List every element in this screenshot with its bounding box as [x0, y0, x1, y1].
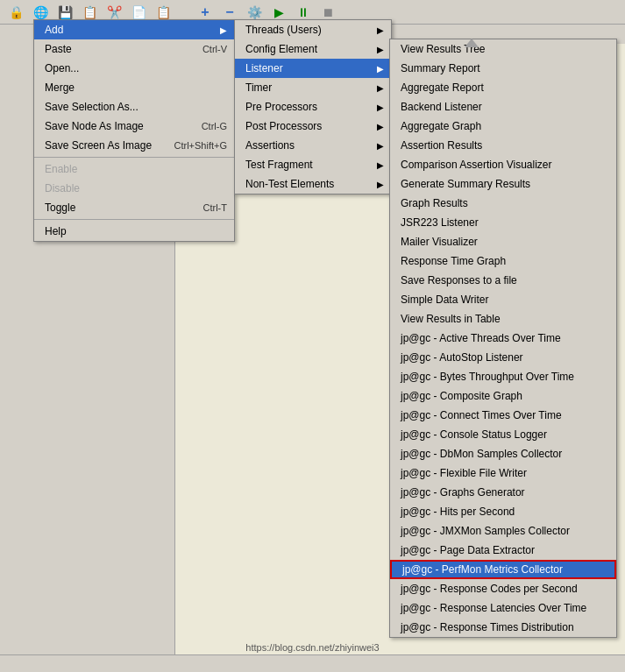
- menu-item-comparison-assertion[interactable]: Comparison Assertion Visualizer: [390, 155, 616, 174]
- menu-item-generate-summary[interactable]: Generate Summary Results: [390, 174, 616, 194]
- menu-item-open[interactable]: Open...: [34, 59, 234, 78]
- menu-item-response-time[interactable]: Response Time Graph: [390, 251, 616, 271]
- separator2: [34, 219, 234, 220]
- menu-item-jpgc-perfmon[interactable]: jp@gc - PerfMon Metrics Collector: [390, 560, 616, 579]
- menu-item-paste[interactable]: Paste Ctrl-V: [34, 39, 234, 59]
- menu-item-jpgc-autostop[interactable]: jp@gc - AutoStop Listener: [390, 348, 616, 367]
- menu-item-config[interactable]: Config Element ▶: [235, 39, 391, 59]
- menu-item-jpgc-connect-times[interactable]: jp@gc - Connect Times Over Time: [390, 406, 616, 425]
- menu-item-assertion-results[interactable]: Assertion Results: [390, 136, 616, 155]
- menu-item-jpgc-flexible[interactable]: jp@gc - Flexible File Writer: [390, 463, 616, 483]
- menu-item-help[interactable]: Help: [34, 222, 234, 241]
- menu-item-graph-results[interactable]: Graph Results: [390, 194, 616, 213]
- url-watermark: https://blog.csdn.net/zhiyinwei3: [245, 642, 379, 653]
- menu-item-jpgc-active-threads[interactable]: jp@gc - Active Threads Over Time: [390, 329, 616, 348]
- menu-item-jpgc-console[interactable]: jp@gc - Console Status Logger: [390, 425, 616, 444]
- menu-item-jpgc-composite[interactable]: jp@gc - Composite Graph: [390, 386, 616, 406]
- config-arrow-icon: ▶: [377, 45, 384, 54]
- menu-item-save-screen[interactable]: Save Screen As Image Ctrl+Shift+G: [34, 136, 234, 155]
- separator1: [34, 157, 234, 158]
- menu-item-preprocessors[interactable]: Pre Processors ▶: [235, 97, 391, 117]
- pre-arrow-icon: ▶: [377, 103, 384, 112]
- menu-item-nontest[interactable]: Non-Test Elements ▶: [235, 174, 391, 194]
- menu-item-aggregate-report[interactable]: Aggregate Report: [390, 78, 616, 97]
- menu-item-toggle[interactable]: Toggle Ctrl-T: [34, 198, 234, 217]
- menu-item-simple-data[interactable]: Simple Data Writer: [390, 290, 616, 309]
- menu-item-save-selection[interactable]: Save Selection As...: [34, 97, 234, 117]
- menu-item-summary-report[interactable]: Summary Report: [390, 59, 616, 78]
- menu-item-save-responses[interactable]: Save Responses to a file: [390, 271, 616, 290]
- arrow-icon: ▶: [220, 25, 227, 35]
- menu-item-assertions[interactable]: Assertions ▶: [235, 136, 391, 155]
- threads-arrow-icon: ▶: [377, 25, 384, 35]
- fragment-arrow-icon: ▶: [377, 160, 384, 170]
- menu-item-jpgc-page-data[interactable]: jp@gc - Page Data Extractor: [390, 541, 616, 560]
- timer-arrow-icon: ▶: [377, 83, 384, 93]
- menu-item-view-results-table[interactable]: View Results in Table: [390, 309, 616, 329]
- menu-level2[interactable]: Threads (Users) ▶ Config Element ▶ Liste…: [234, 19, 392, 195]
- toolbar-btn-lock[interactable]: 🔒: [4, 2, 27, 23]
- menu-item-jpgc-bytes[interactable]: jp@gc - Bytes Throughput Over Time: [390, 367, 616, 386]
- menu-item-enable[interactable]: Enable: [34, 159, 234, 179]
- menu-item-jpgc-response-times-dist[interactable]: jp@gc - Response Times Distribution: [390, 618, 616, 637]
- menu-item-jpgc-response-codes[interactable]: jp@gc - Response Codes per Second: [390, 579, 616, 598]
- menu-item-backend-listener[interactable]: Backend Listener: [390, 97, 616, 117]
- menu-item-threads[interactable]: Threads (Users) ▶: [235, 20, 391, 39]
- menu-item-jpgc-response-latencies[interactable]: jp@gc - Response Latencies Over Time: [390, 598, 616, 618]
- menu-item-jpgc-graphs-gen[interactable]: jp@gc - Graphs Generator: [390, 483, 616, 502]
- menu-item-postprocessors[interactable]: Post Processors ▶: [235, 117, 391, 136]
- menu-item-timer[interactable]: Timer ▶: [235, 78, 391, 97]
- menu-level1[interactable]: Add ▶ Paste Ctrl-V Open... Merge Save Se…: [33, 19, 235, 242]
- menu-item-jsr223[interactable]: JSR223 Listener: [390, 213, 616, 232]
- menu-item-save-node[interactable]: Save Node As Image Ctrl-G: [34, 117, 234, 136]
- assert-arrow-icon: ▶: [377, 141, 384, 151]
- menu-item-view-results-tree[interactable]: View Results Tree: [390, 39, 616, 59]
- menu-item-aggregate-graph[interactable]: Aggregate Graph: [390, 117, 616, 136]
- post-arrow-icon: ▶: [377, 122, 384, 131]
- menu-item-jpgc-hits[interactable]: jp@gc - Hits per Second: [390, 502, 616, 521]
- menu-item-add[interactable]: Add ▶: [34, 20, 234, 39]
- menu-item-mailer[interactable]: Mailer Visualizer: [390, 232, 616, 251]
- nontest-arrow-icon: ▶: [377, 180, 384, 189]
- menu-item-merge[interactable]: Merge: [34, 78, 234, 97]
- listener-arrow-icon: ▶: [377, 64, 384, 74]
- menu-item-jpgc-dbmon[interactable]: jp@gc - DbMon Samples Collector: [390, 444, 616, 463]
- menu-item-disable[interactable]: Disable: [34, 179, 234, 198]
- statusbar: https://blog.csdn.net/zhiyinwei3: [0, 654, 625, 672]
- menu-item-jpgc-jmxmon[interactable]: jp@gc - JMXMon Samples Collector: [390, 521, 616, 541]
- menu-item-testfragment[interactable]: Test Fragment ▶: [235, 155, 391, 174]
- menu-item-listener[interactable]: Listener ▶: [235, 59, 391, 78]
- menu-level3[interactable]: View Results Tree Summary Report Aggrega…: [389, 39, 617, 638]
